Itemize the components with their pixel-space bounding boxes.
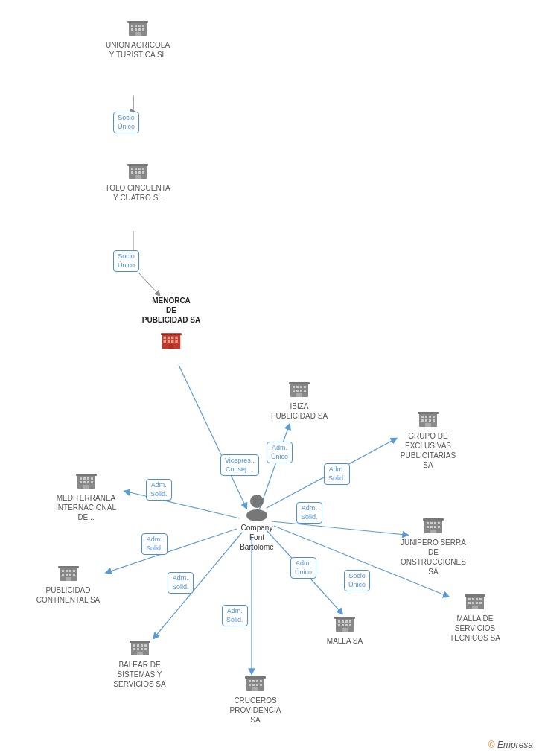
adm-solid-junipero-badge: Adm.Solid. bbox=[296, 502, 322, 524]
union-agricola-label: UNION AGRICOLA Y TURISTICA SL bbox=[104, 40, 171, 60]
building-icon bbox=[463, 588, 487, 612]
tolo-node: TOLO CINCUENTA Y CUATRO SL bbox=[104, 158, 171, 203]
svg-rect-18 bbox=[142, 25, 144, 27]
svg-rect-39 bbox=[171, 337, 174, 340]
svg-rect-50 bbox=[300, 386, 302, 388]
svg-line-9 bbox=[108, 529, 237, 572]
svg-rect-131 bbox=[345, 624, 348, 626]
svg-rect-66 bbox=[433, 419, 435, 422]
svg-rect-130 bbox=[342, 624, 344, 626]
svg-rect-103 bbox=[468, 598, 471, 600]
svg-line-3 bbox=[138, 272, 159, 294]
svg-rect-65 bbox=[429, 419, 431, 422]
svg-rect-144 bbox=[252, 687, 258, 691]
svg-rect-53 bbox=[296, 390, 299, 392]
svg-rect-120 bbox=[141, 648, 143, 650]
union-agricola-node: UNION AGRICOLA Y TURISTICA SL bbox=[104, 15, 171, 60]
svg-rect-64 bbox=[425, 419, 427, 422]
cruceros-label: CRUCEROS PROVIDENCIA SA bbox=[226, 696, 285, 725]
svg-rect-82 bbox=[430, 522, 433, 524]
svg-rect-87 bbox=[434, 526, 436, 528]
svg-rect-32 bbox=[138, 171, 141, 174]
svg-rect-68 bbox=[418, 412, 439, 414]
svg-rect-21 bbox=[138, 28, 141, 31]
publicidad-continental-node: PUBLICIDAD CONTINENTAL SA bbox=[33, 560, 103, 605]
svg-rect-100 bbox=[66, 577, 71, 581]
svg-rect-99 bbox=[73, 574, 75, 576]
adm-solid-medit-badge: Adm.Solid. bbox=[146, 479, 172, 501]
menorca-node: MENORCADEPUBLICIDAD SA bbox=[138, 294, 205, 352]
svg-rect-41 bbox=[164, 340, 167, 343]
svg-rect-98 bbox=[69, 574, 71, 576]
svg-rect-139 bbox=[260, 680, 262, 682]
svg-rect-37 bbox=[164, 337, 167, 340]
svg-rect-45 bbox=[169, 344, 174, 349]
svg-rect-16 bbox=[135, 25, 137, 27]
svg-rect-61 bbox=[429, 416, 431, 418]
socio-unico-badge-2: SocioÚnico bbox=[113, 250, 139, 272]
building-icon bbox=[126, 158, 150, 182]
menorca-label: MENORCADEPUBLICIDAD SA bbox=[142, 296, 200, 325]
malla-servicios-label: MALLA DE SERVICIOS TECNICOS SA bbox=[441, 614, 508, 643]
adm-solid-grupo-badge: Adm.Solid. bbox=[324, 463, 350, 485]
svg-rect-140 bbox=[249, 684, 251, 686]
tolo-label: TOLO CINCUENTA Y CUATRO SL bbox=[104, 183, 171, 203]
junipero-label: JUNIPERO SERRA DE ONSTRUCCIONES SA bbox=[400, 538, 467, 576]
balear-label: BALEAR DE SISTEMAS Y SERVICIOS SA bbox=[106, 660, 173, 689]
malla-servicios-node: MALLA DE SERVICIOS TECNICOS SA bbox=[438, 588, 512, 643]
svg-rect-115 bbox=[137, 644, 139, 647]
svg-rect-134 bbox=[334, 617, 355, 619]
building-icon bbox=[333, 611, 357, 635]
svg-rect-129 bbox=[338, 624, 340, 626]
svg-rect-34 bbox=[135, 175, 141, 179]
mediterranea-node: MEDITERRANEA INTERNACIONAL DE... bbox=[51, 468, 121, 522]
svg-rect-92 bbox=[62, 570, 64, 572]
svg-rect-145 bbox=[245, 676, 266, 679]
socio-unico-malla-badge: SocioÚnico bbox=[344, 570, 370, 591]
svg-rect-121 bbox=[144, 648, 147, 650]
svg-rect-73 bbox=[91, 477, 93, 480]
svg-rect-63 bbox=[421, 419, 424, 422]
svg-rect-77 bbox=[91, 481, 93, 483]
svg-rect-111 bbox=[472, 606, 478, 609]
adm-solid-cruceros-badge: Adm.Solid. bbox=[222, 605, 248, 626]
svg-rect-24 bbox=[127, 21, 148, 23]
svg-rect-127 bbox=[345, 620, 348, 623]
svg-line-4 bbox=[179, 365, 246, 506]
malla-node: MALLA SA bbox=[319, 611, 371, 646]
building-red-icon bbox=[159, 328, 183, 352]
svg-rect-30 bbox=[131, 171, 133, 174]
svg-rect-17 bbox=[138, 25, 141, 27]
svg-rect-70 bbox=[80, 477, 82, 480]
svg-rect-28 bbox=[138, 168, 141, 170]
svg-rect-137 bbox=[252, 680, 255, 682]
adm-unico-ibiza-badge: Adm.Único bbox=[267, 442, 293, 463]
building-icon bbox=[421, 512, 445, 536]
svg-rect-119 bbox=[137, 648, 139, 650]
svg-point-147 bbox=[246, 509, 267, 521]
svg-line-7 bbox=[127, 492, 240, 518]
watermark: © Empresa bbox=[488, 740, 533, 750]
building-icon bbox=[287, 376, 311, 400]
svg-rect-142 bbox=[256, 684, 258, 686]
building-icon bbox=[126, 15, 150, 39]
brand-name: Empresa bbox=[497, 740, 533, 750]
svg-rect-132 bbox=[349, 624, 351, 626]
svg-rect-108 bbox=[472, 602, 474, 604]
adm-unico-malla-badge: Adm.Único bbox=[290, 557, 316, 579]
svg-rect-76 bbox=[87, 481, 89, 483]
cruceros-node: CRUCEROS PROVIDENCIA SA bbox=[226, 670, 285, 725]
svg-rect-46 bbox=[161, 333, 182, 335]
svg-rect-44 bbox=[175, 340, 178, 343]
svg-rect-55 bbox=[304, 390, 306, 392]
svg-rect-107 bbox=[468, 602, 471, 604]
svg-rect-141 bbox=[252, 684, 255, 686]
svg-rect-88 bbox=[438, 526, 440, 528]
svg-rect-85 bbox=[427, 526, 429, 528]
svg-rect-89 bbox=[430, 530, 436, 533]
svg-rect-72 bbox=[87, 477, 89, 480]
building-icon bbox=[74, 468, 98, 492]
svg-rect-43 bbox=[171, 340, 174, 343]
svg-line-8 bbox=[272, 521, 406, 535]
svg-rect-112 bbox=[465, 594, 485, 597]
